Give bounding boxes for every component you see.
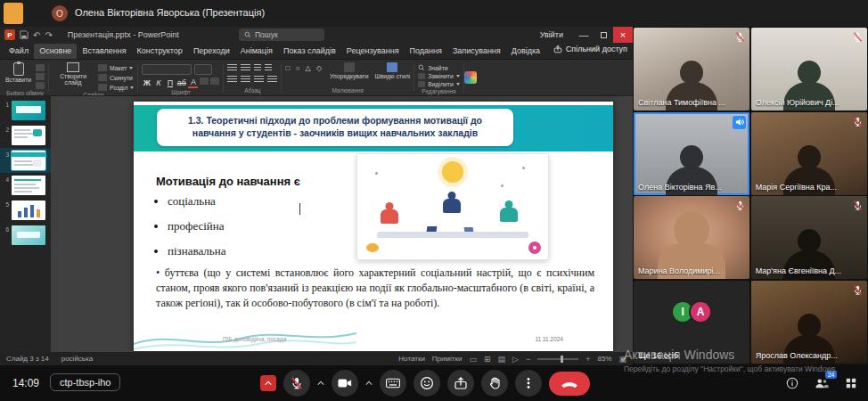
redo-icon[interactable]: ↷ [45, 30, 52, 40]
tab-home[interactable]: Основне [34, 44, 77, 59]
italic-button[interactable]: К [153, 78, 163, 88]
clear-formatting-icon[interactable] [210, 78, 219, 85]
designer-icon[interactable] [464, 71, 477, 84]
slide-thumbnail-6[interactable]: 6 [0, 223, 51, 248]
participant-tile-active-speaker[interactable]: Олена Вікторівна Яв... [634, 112, 749, 195]
select-button[interactable]: Виділити [418, 81, 460, 87]
undo-icon[interactable]: ↶ [33, 30, 40, 40]
slide-thumbnail-4[interactable]: 4 [0, 173, 51, 198]
tab-insert[interactable]: Вставлення [77, 44, 131, 59]
find-button[interactable]: Знайти [418, 64, 460, 71]
align-right-icon[interactable] [254, 76, 264, 84]
participant-tile[interactable]: Марина Володимирі... [634, 196, 749, 279]
zoom-level[interactable]: 85% [597, 355, 611, 363]
sign-in-button[interactable]: Увійти [540, 30, 563, 39]
slide-thumbnail-2[interactable]: 2 [0, 123, 51, 148]
slide-sorter-icon[interactable]: ⊞ [484, 355, 491, 364]
participant-tile[interactable]: Мар'яна Євгеніївна Д... [751, 196, 867, 279]
bullets-icon[interactable] [227, 64, 237, 72]
format-painter-icon[interactable] [36, 82, 45, 89]
align-left-icon[interactable] [227, 76, 237, 84]
alert-caret-button[interactable] [260, 375, 276, 391]
current-slide[interactable]: 1.3. Теоретичні підходи до проблеми форм… [134, 102, 613, 351]
tab-slideshow[interactable]: Показ слайдів [278, 44, 341, 59]
apps-grid-button[interactable] [845, 377, 857, 389]
comments-button[interactable]: Примітки [432, 355, 463, 363]
meeting-code-badge[interactable]: ctp-tbsp-iho [50, 373, 120, 391]
text-highlight-icon[interactable] [200, 78, 209, 85]
tab-file[interactable]: Файл [4, 44, 34, 59]
zoom-in-icon[interactable]: + [585, 355, 590, 364]
arrange-button[interactable]: Упорядкувати [330, 62, 368, 79]
tab-review[interactable]: Рецензування [341, 44, 405, 59]
section-button[interactable]: Розділ [98, 84, 134, 91]
tab-recording[interactable]: Записування [447, 44, 506, 59]
tab-view[interactable]: Подання [405, 44, 447, 59]
slide-long-bullet[interactable]: буттєва (що у системі встановлює його ха… [156, 266, 594, 310]
cut-icon[interactable] [36, 64, 45, 71]
normal-view-icon[interactable]: ▭ [469, 355, 477, 364]
notes-button[interactable]: Нотатки [398, 355, 425, 363]
more-button[interactable] [515, 370, 542, 397]
new-slide-button[interactable]: Створити слайд [53, 62, 94, 86]
font-size-select[interactable] [194, 64, 212, 75]
indent-decrease-icon[interactable] [254, 64, 261, 72]
reactions-button[interactable] [414, 370, 440, 397]
app-icon[interactable] [4, 3, 23, 24]
reading-view-icon[interactable]: ▤ [498, 355, 506, 364]
strikethrough-button[interactable]: аб [176, 78, 186, 88]
underline-button[interactable]: П [165, 78, 175, 88]
tab-animations[interactable]: Анімація [235, 44, 278, 59]
indent-increase-icon[interactable] [265, 64, 272, 72]
slide-title[interactable]: 1.3. Теоретичні підходи до проблеми форм… [157, 109, 513, 146]
slideshow-icon[interactable]: ▷ [512, 355, 519, 364]
ppt-share-button[interactable]: Спільний доступ [553, 45, 627, 53]
paste-button[interactable]: Вставити [5, 62, 31, 83]
mic-options-caret[interactable] [317, 380, 324, 387]
shapes-gallery[interactable]: □ ○ △ ◇ [285, 62, 323, 75]
participants-button[interactable]: 24 [815, 376, 829, 390]
teamwork-idea-illustration[interactable] [356, 153, 549, 260]
mute-button[interactable] [283, 370, 310, 397]
tab-transitions[interactable]: Переходи [188, 44, 235, 59]
participant-tile[interactable]: Марія Сергіївна Кра... [751, 112, 867, 195]
fit-slide-icon[interactable]: ▣ [618, 355, 626, 364]
font-color-button[interactable]: А [188, 78, 198, 88]
captions-button[interactable] [380, 370, 406, 397]
numbering-icon[interactable] [241, 64, 250, 72]
slide-bullet-list[interactable]: соціальна професійна пізнавальна [156, 194, 225, 269]
quick-styles-button[interactable]: Швидкі стилі [374, 62, 410, 79]
zoom-slider[interactable] [537, 358, 578, 360]
participant-tile[interactable]: Ярослав Олександр... [751, 281, 867, 364]
bold-button[interactable]: Ж [142, 78, 151, 88]
end-call-button[interactable] [549, 372, 590, 396]
slide-thumbnail-1[interactable]: 1 [0, 98, 51, 123]
more-participants-tile[interactable]: І А Ще 16 осіб [634, 281, 749, 364]
copy-icon[interactable] [36, 73, 45, 80]
participant-tile[interactable]: Світлана Тимофіївна ... [634, 28, 749, 110]
video-options-caret[interactable] [365, 380, 373, 387]
replace-button[interactable]: Замінити [418, 73, 460, 79]
layout-button[interactable]: Макет [98, 64, 134, 71]
raise-hand-button[interactable] [481, 370, 508, 397]
search-input[interactable]: Пошук [239, 29, 324, 41]
justify-icon[interactable] [267, 76, 277, 84]
font-name-select[interactable] [142, 64, 192, 75]
meeting-info-button[interactable] [786, 377, 798, 389]
slide-thumbnail-3-selected[interactable]: 3 [0, 148, 51, 173]
align-center-icon[interactable] [241, 76, 250, 84]
share-screen-button[interactable] [447, 370, 474, 397]
close-button[interactable]: × [613, 27, 633, 43]
slide-thumbnail-5[interactable]: 5 [0, 198, 51, 223]
slide-heading[interactable]: Мотивація до навчання є [156, 175, 300, 188]
participant-tile[interactable]: Олексій Юрійович Ді... [751, 28, 867, 110]
zoom-out-icon[interactable]: − [526, 355, 530, 364]
reset-button[interactable]: Скинути [98, 74, 134, 81]
proofing-language[interactable]: російська [61, 355, 93, 363]
save-icon[interactable] [20, 30, 29, 39]
restore-button[interactable] [594, 27, 613, 43]
tab-help[interactable]: Довідка [506, 44, 545, 59]
minimize-button[interactable]: — [574, 27, 594, 43]
video-button[interactable] [332, 370, 358, 397]
tab-design[interactable]: Конструктор [132, 44, 188, 59]
